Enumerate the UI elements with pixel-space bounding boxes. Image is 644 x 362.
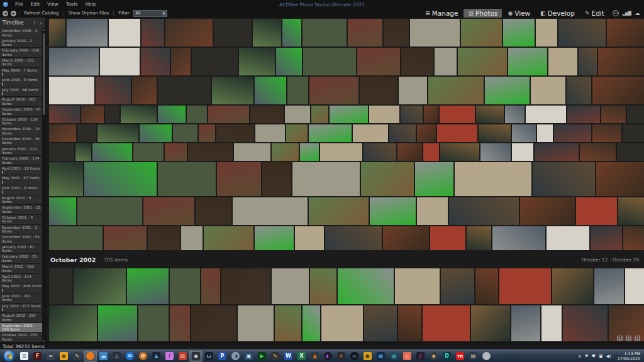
close-icon[interactable]: × [40,21,43,26]
taskbar-badge-button[interactable]: ◆ [427,351,440,362]
photo-thumbnail[interactable] [357,48,400,75]
taskbar-notepad-button[interactable]: ≡ [18,351,31,362]
photo-thumbnail[interactable] [100,48,140,75]
photo-thumbnail[interactable] [618,197,644,225]
photo-thumbnail[interactable] [295,226,323,250]
photo-thumbnail[interactable] [533,162,595,196]
chevron-down-icon[interactable]: ▼ [162,11,167,16]
photo-thumbnail[interactable] [430,226,465,250]
photo-thumbnail[interactable] [49,268,72,304]
photo-thumbnail[interactable] [475,268,498,304]
photo-thumbnail[interactable] [49,48,99,75]
health-icon[interactable]: ♥ [592,354,596,359]
photo-thumbnail[interactable] [262,162,291,196]
photo-thumbnail[interactable] [423,143,439,161]
photo-thumbnail[interactable] [221,268,270,304]
photo-thumbnail[interactable] [353,124,387,142]
photo-thumbnail[interactable] [303,48,356,75]
photo-thumbnail[interactable] [594,268,624,304]
taskbar-affinity-button[interactable]: / [163,351,176,362]
photo-thumbnail[interactable] [348,19,382,47]
timeline-item[interactable]: July 2002 - 617 items [0,304,42,314]
timeline-item[interactable]: May 2002 - 626 items [0,283,42,293]
photo-thumbnail[interactable] [310,268,336,304]
photo-thumbnail[interactable] [401,48,433,75]
photo-thumbnail[interactable] [214,19,252,47]
taskbar-mail-button[interactable]: ✉ [123,351,136,362]
photo-thumbnail[interactable] [554,124,591,142]
photo-thumbnail[interactable] [617,143,644,161]
photo-thumbnail[interactable] [148,226,180,250]
photo-thumbnail[interactable] [567,77,591,104]
timeline-item[interactable]: June 2002 - 201 items [0,293,42,304]
photo-thumbnail[interactable] [526,106,567,123]
photo-thumbnail[interactable] [370,197,416,225]
photo-thumbnail[interactable] [188,143,233,161]
photo-thumbnail[interactable] [170,268,200,304]
timeline-item[interactable]: July 2000 - 66 items [0,87,42,97]
photo-thumbnail[interactable] [165,143,187,161]
photo-thumbnail[interactable] [187,106,207,123]
photo-thumbnail[interactable] [536,19,558,47]
mode-view-button[interactable]: ◉View [503,9,535,18]
timeline-item[interactable]: January 2002 - 61 items [0,244,42,255]
taskbar-clock[interactable]: 1:13 PM 27/09/2020 [618,351,642,361]
photo-thumbnail[interactable] [607,19,644,47]
photo-thumbnail[interactable] [601,106,626,123]
timeline-item[interactable]: August 2002 - 220 items [0,313,42,323]
photo-thumbnail[interactable] [558,19,605,47]
photo-thumbnail[interactable] [389,124,416,142]
mobile-sync-icon[interactable]: ☁ [635,10,640,16]
photo-thumbnail[interactable] [485,77,530,104]
photo-thumbnail[interactable] [479,124,511,142]
photo-thumbnail[interactable] [171,48,190,75]
photo-thumbnail[interactable] [410,19,460,47]
photo-thumbnail[interactable] [417,197,448,225]
photo-thumbnail[interactable] [217,162,260,196]
photo-thumbnail[interactable] [625,268,644,304]
pin-icon[interactable]: ↧ [33,21,36,26]
photo-thumbnail[interactable] [360,77,398,104]
photo-thumbnail[interactable] [77,197,143,225]
photo-thumbnail[interactable] [512,124,536,142]
taskbar-excel-button[interactable]: X [295,351,308,362]
timeline-item[interactable]: June 2001 - 4 items [0,185,42,195]
timeline-item[interactable]: April 2001 - 13 items [0,166,42,176]
photo-thumbnail[interactable] [49,162,83,196]
photo-thumbnail[interactable] [292,162,360,196]
timeline-item[interactable]: October 2000 - 126 items [0,117,42,127]
taskbar-padlock-button[interactable]: ● [57,351,70,362]
photo-thumbnail[interactable] [579,48,597,75]
photo-thumbnail[interactable] [276,48,302,75]
taskbar-media-swirl-button[interactable]: ◐ [321,351,335,362]
timeline-item[interactable]: August 2001 - 8 items [0,195,42,206]
photo-thumbnail[interactable] [508,48,547,75]
photo-thumbnail[interactable] [181,226,203,250]
photo-thumbnail[interactable] [535,143,579,161]
photo-thumbnail[interactable] [395,268,440,304]
photo-thumbnail[interactable] [92,143,131,161]
taskbar-tripod-button[interactable]: △ [110,351,123,362]
photo-thumbnail[interactable] [77,124,96,142]
photo-thumbnail[interactable] [467,226,491,250]
taskbar-camera-lens-button[interactable]: ◎ [348,351,361,362]
photo-thumbnail[interactable] [512,143,533,161]
photo-thumbnail[interactable] [97,124,138,142]
photo-thumbnail[interactable] [440,106,475,123]
photo-thumbnail[interactable] [591,226,622,250]
photo-thumbnail[interactable] [109,19,140,47]
photo-thumbnail[interactable] [598,48,644,75]
photo-thumbnail[interactable] [192,48,238,75]
photo-thumbnail[interactable] [321,305,363,341]
photo-thumbnail[interactable] [428,77,484,104]
menu-view[interactable]: View [43,0,62,9]
photo-thumbnail[interactable] [143,197,194,225]
photo-thumbnail[interactable] [435,48,457,75]
photo-thumbnail[interactable] [138,305,168,341]
photo-thumbnail[interactable] [303,305,320,341]
timeline-scrollbar[interactable]: ▲ ▼ [42,28,45,343]
photo-thumbnail[interactable] [233,197,308,225]
taskbar-earth-button[interactable]: ◍ [387,351,401,362]
photo-thumbnail[interactable] [397,143,422,161]
dashboard-icon[interactable]: ▂▅▇ [623,10,631,16]
